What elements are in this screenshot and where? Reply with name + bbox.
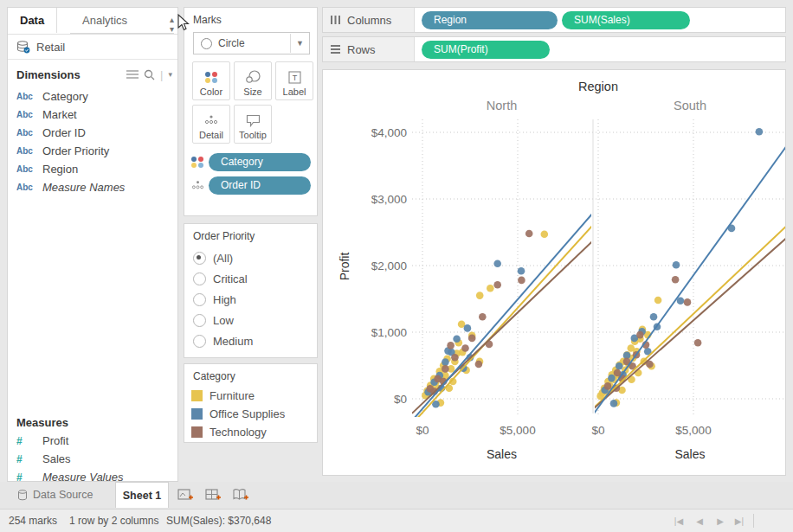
new-story-button[interactable]: [230, 486, 251, 505]
legend-item-furniture[interactable]: Furniture: [184, 387, 317, 405]
rows-shelf[interactable]: Rows SUM(Profit): [322, 36, 786, 62]
show-filmstrip-button[interactable]: [758, 515, 771, 526]
scatter-point[interactable]: [694, 339, 702, 347]
dimension-category[interactable]: AbcCategory: [8, 87, 177, 106]
scatter-point[interactable]: [451, 354, 459, 362]
scatter-point[interactable]: [608, 375, 616, 382]
color-button[interactable]: Color: [192, 61, 230, 100]
scatter-point[interactable]: [464, 324, 472, 332]
filter-option-medium[interactable]: Medium: [184, 330, 317, 351]
dimension-order-id[interactable]: AbcOrder ID: [8, 124, 177, 142]
scatter-point[interactable]: [476, 292, 484, 299]
pill-order-id[interactable]: Order ID: [209, 176, 311, 195]
first-page-icon[interactable]: |◀: [672, 516, 686, 527]
dimension-market[interactable]: AbcMarket: [8, 106, 177, 124]
scatter-point[interactable]: [654, 297, 662, 304]
filter-option-all[interactable]: (All): [184, 247, 317, 268]
measure-profit[interactable]: #Profit: [8, 432, 177, 450]
scatter-point[interactable]: [447, 342, 455, 349]
svg-text:$0: $0: [416, 424, 429, 437]
detail-button[interactable]: Detail: [192, 105, 230, 144]
scatter-point[interactable]: [684, 298, 692, 306]
scatter-point[interactable]: [610, 400, 618, 407]
scatter-point[interactable]: [518, 267, 525, 275]
svg-text:North: North: [487, 99, 517, 112]
number-icon: #: [16, 435, 42, 447]
radio-icon[interactable]: [193, 293, 206, 306]
scatter-point[interactable]: [479, 313, 487, 321]
trend-line[interactable]: [412, 240, 594, 413]
show-tabs-button[interactable]: [773, 515, 786, 526]
scatter-point[interactable]: [475, 361, 483, 369]
field-label: Order ID: [42, 126, 86, 139]
scatter-point[interactable]: [468, 335, 476, 343]
tooltip-button[interactable]: Tooltip: [234, 105, 272, 144]
radio-icon[interactable]: [193, 335, 206, 348]
legend-swatch: [191, 426, 203, 438]
trend-line[interactable]: [412, 212, 594, 420]
scatter-point[interactable]: [604, 382, 612, 390]
filter-option-critical[interactable]: Critical: [184, 268, 317, 289]
measure-sales[interactable]: #Sales: [8, 450, 177, 468]
scatter-point[interactable]: [672, 276, 680, 284]
mark-type-dropdown[interactable]: Circle ▼: [193, 32, 310, 54]
scatter-point[interactable]: [493, 281, 501, 289]
columns-shelf[interactable]: Columns RegionSUM(Sales): [322, 7, 786, 33]
filter-option-low[interactable]: Low: [184, 310, 317, 330]
view-fields-icon[interactable]: [126, 69, 139, 80]
scatter-point[interactable]: [493, 260, 501, 267]
scatter-point[interactable]: [541, 231, 549, 239]
order-priority-filter-card: Order Priority (All)CriticalHighLowMediu…: [184, 223, 318, 358]
detail-icon: [204, 112, 218, 129]
legend-item-office-supplies[interactable]: Office Supplies: [184, 405, 317, 423]
next-page-icon[interactable]: ▶: [713, 516, 727, 527]
dimensions-header: Dimensions | ▾: [8, 60, 177, 86]
pill-region[interactable]: Region: [422, 11, 558, 29]
scatter-point[interactable]: [518, 277, 525, 285]
tab-data[interactable]: Data: [8, 8, 57, 33]
scatter-point[interactable]: [453, 335, 461, 343]
prev-page-icon[interactable]: ◀: [693, 516, 706, 527]
tooltip-icon: [246, 112, 261, 129]
radio-icon[interactable]: [193, 314, 206, 327]
label-button[interactable]: T Label: [275, 61, 313, 100]
scatter-point[interactable]: [461, 344, 469, 352]
last-page-icon[interactable]: ▶|: [732, 516, 746, 527]
tab-sheet-1[interactable]: Sheet 1: [115, 482, 169, 508]
scatter-point[interactable]: [756, 128, 764, 136]
scatter-point[interactable]: [636, 331, 644, 339]
radio-icon[interactable]: [193, 252, 206, 265]
new-dashboard-button[interactable]: [203, 486, 223, 505]
new-worksheet-button[interactable]: [175, 486, 196, 505]
size-button[interactable]: Size: [234, 61, 272, 100]
trend-line[interactable]: [594, 238, 786, 409]
filter-option-high[interactable]: High: [184, 289, 317, 310]
tab-analytics[interactable]: Analytics: [70, 8, 174, 34]
radio-icon[interactable]: [193, 272, 206, 285]
scatter-point[interactable]: [442, 358, 449, 366]
scatter-point[interactable]: [616, 362, 623, 370]
pill-sum-sales-[interactable]: SUM(Sales): [562, 11, 690, 29]
tab-data-source[interactable]: Data Source: [7, 482, 103, 508]
trend-line[interactable]: [594, 145, 786, 413]
trend-line[interactable]: [594, 226, 786, 408]
scatter-point[interactable]: [442, 365, 449, 373]
search-icon[interactable]: [144, 69, 155, 80]
swap-panes-icon[interactable]: ▴▾: [170, 15, 172, 34]
dimension-region[interactable]: AbcRegion: [8, 160, 177, 178]
database-icon: [17, 490, 28, 501]
pane-menu-icon[interactable]: ▾: [168, 70, 172, 79]
dimension-measure-names[interactable]: AbcMeasure Names: [8, 178, 177, 196]
dimension-order-priority[interactable]: AbcOrder Priority: [8, 142, 177, 160]
scatter-point[interactable]: [487, 285, 494, 292]
scatter-point[interactable]: [650, 313, 658, 321]
divider: [753, 514, 754, 528]
pill-sum-profit-[interactable]: SUM(Profit): [422, 41, 550, 59]
datasource-item[interactable]: Retail: [8, 35, 177, 60]
marks-pill-row: Category: [191, 153, 311, 171]
scatter-point[interactable]: [673, 261, 680, 269]
scatter-point[interactable]: [525, 230, 533, 238]
trend-line[interactable]: [412, 224, 594, 424]
legend-item-technology[interactable]: Technology: [184, 423, 317, 441]
pill-category[interactable]: Category: [209, 153, 311, 171]
